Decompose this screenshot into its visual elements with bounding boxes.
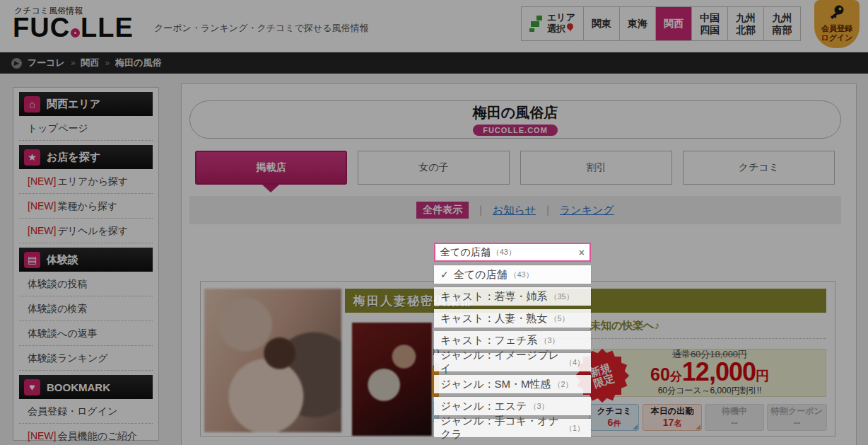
- filter-option-cast-young[interactable]: キャスト：若専・姉系（35）: [434, 287, 591, 306]
- filter-option-cast-fetish[interactable]: キャスト：フェチ系（3）: [434, 331, 591, 349]
- filter-select-input[interactable]: 全ての店舗 （43） ×: [434, 243, 591, 262]
- filter-option-genre-sm[interactable]: ジャンル：SM・M性感（2）: [434, 375, 591, 393]
- close-icon[interactable]: ×: [579, 247, 585, 258]
- filter-dropdown: 全ての店舗 （43） × ✓ 全ての店舗（43） キャスト：若専・姉系（35） …: [434, 243, 591, 437]
- filter-option-all[interactable]: ✓ 全ての店舗（43）: [434, 265, 591, 284]
- filter-option-cast-wife[interactable]: キャスト：人妻・熟女（5）: [434, 309, 591, 328]
- filter-option-genre-imageplay[interactable]: ジャンル：イメージプレイ（4）: [434, 353, 591, 371]
- filter-option-genre-tekoki[interactable]: ジャンル：手コキ・オナクラ（1）: [434, 419, 591, 437]
- filter-option-genre-esthe[interactable]: ジャンル：エステ（3）: [434, 397, 591, 415]
- page: クチコミ風俗情報 FUCLLE クーポン・ランキング・クチコミで探せる風俗情報 …: [0, 0, 868, 445]
- check-icon: ✓: [440, 269, 449, 280]
